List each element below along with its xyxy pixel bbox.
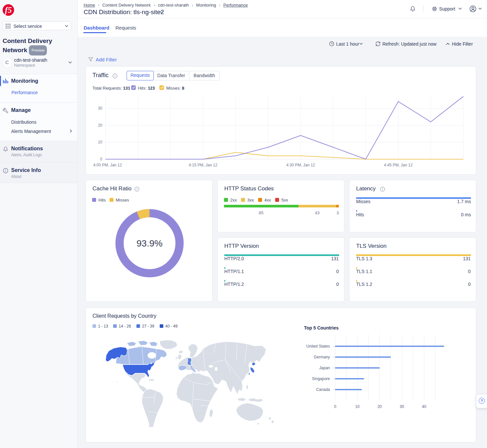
svg-text:30: 30 <box>400 404 404 409</box>
svg-text:40: 40 <box>422 404 427 409</box>
svg-text:4:30 PM, Jan 12: 4:30 PM, Jan 12 <box>286 163 315 167</box>
svg-text:10: 10 <box>98 140 103 144</box>
svg-text:Japan: Japan <box>319 366 330 370</box>
svg-text:30: 30 <box>98 106 103 111</box>
svg-text:93.9%: 93.9% <box>136 238 162 248</box>
svg-text:f5: f5 <box>5 6 12 14</box>
svg-text:10: 10 <box>355 404 360 409</box>
svg-text:4:15 PM, Jan 12: 4:15 PM, Jan 12 <box>189 163 218 167</box>
svg-text:20: 20 <box>98 123 103 128</box>
svg-text:Singapore: Singapore <box>312 376 330 381</box>
svg-text:?: ? <box>481 399 483 403</box>
svg-text:United States: United States <box>306 344 330 349</box>
svg-text:4:00 PM, Jan 12: 4:00 PM, Jan 12 <box>93 163 122 167</box>
svg-text:4:45 PM, Jan 12: 4:45 PM, Jan 12 <box>384 163 413 167</box>
svg-text:Canada: Canada <box>316 387 330 392</box>
svg-text:0: 0 <box>334 404 336 409</box>
svg-text:20: 20 <box>377 404 382 409</box>
svg-text:0: 0 <box>100 157 102 161</box>
svg-text:Germany: Germany <box>314 355 330 359</box>
